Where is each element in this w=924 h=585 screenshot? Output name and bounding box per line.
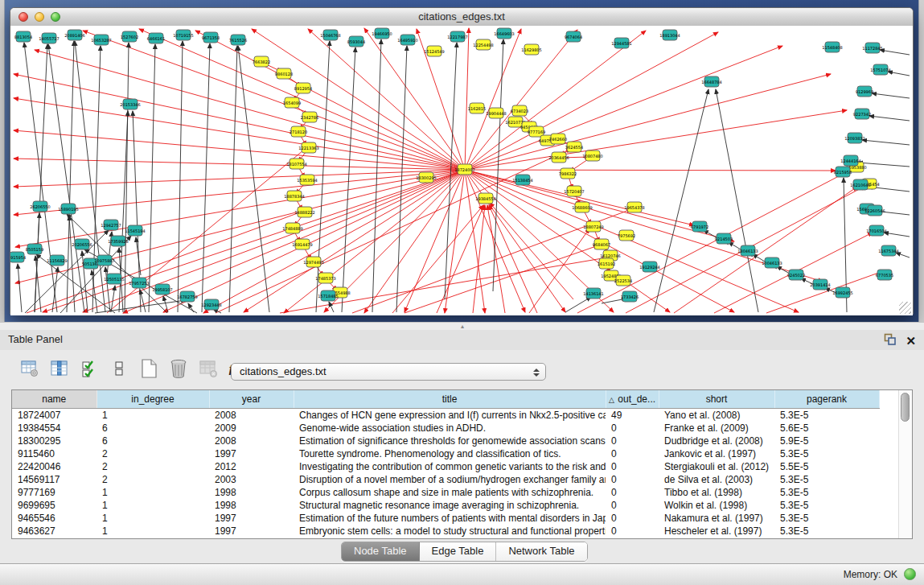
table-cell[interactable]: Estimation of significance thresholds fo…	[294, 435, 606, 447]
graph-node[interactable]: 18107554	[286, 159, 306, 169]
table-cell[interactable]: 2008	[209, 409, 294, 422]
graph-node[interactable]: 17484889	[282, 223, 302, 233]
graph-node[interactable]: 10807480	[582, 150, 602, 161]
graph-edge[interactable]	[465, 29, 521, 170]
graph-node[interactable]: 11156829	[47, 255, 67, 266]
graph-node[interactable]: 1527602	[121, 31, 138, 42]
table-cell[interactable]: 9699695	[12, 499, 97, 512]
graph-edge[interactable]	[872, 93, 910, 98]
table-cell[interactable]: 9463627	[12, 525, 97, 538]
graph-edge[interactable]	[490, 203, 573, 299]
graph-node[interactable]: 16992455	[832, 287, 852, 298]
graph-node[interactable]: 18913044	[659, 30, 680, 40]
graph-edge[interactable]	[577, 169, 852, 313]
graph-edge[interactable]	[178, 41, 183, 312]
graph-node[interactable]: 18300295	[416, 172, 436, 183]
table-cell[interactable]: 0	[606, 525, 659, 538]
graph-node[interactable]: 20391414	[810, 279, 830, 290]
graph-node[interactable]: 1615192	[598, 258, 615, 269]
table-cell[interactable]: 5.6E-5	[774, 422, 879, 435]
graph-node[interactable]: 9860128	[275, 68, 293, 79]
graph-node[interactable]: 11545194	[125, 225, 145, 236]
graph-node[interactable]: 8215958	[834, 167, 852, 177]
graph-node[interactable]: 11172845	[862, 43, 882, 53]
graph-node[interactable]: 1162815	[468, 103, 486, 113]
graph-edge[interactable]	[229, 46, 237, 312]
graph-node[interactable]: 12217987	[447, 31, 467, 42]
graph-node[interactable]: 19958107	[152, 284, 172, 295]
splitter-handle[interactable]: ▴	[458, 323, 467, 329]
tab-node-table[interactable]: Node Table	[342, 542, 420, 561]
table-cell[interactable]: 0	[606, 460, 659, 473]
graph-node[interactable]: 6734023	[511, 105, 528, 116]
close-panel-icon[interactable]: ✕	[906, 335, 916, 347]
table-cell[interactable]: 49	[606, 409, 659, 422]
graph-node[interactable]: 15046768	[320, 30, 340, 40]
graph-node[interactable]: 17359928	[108, 236, 128, 246]
graph-edge[interactable]	[465, 170, 836, 171]
table-cell[interactable]: 18300295	[12, 435, 97, 447]
graph-node[interactable]: 9227342	[853, 109, 871, 119]
graph-node[interactable]: 12923448	[201, 299, 221, 310]
graph-node[interactable]: 3624554	[565, 142, 583, 152]
graph-node[interactable]: 8505159	[26, 244, 43, 254]
graph-node[interactable]: 18046133	[737, 245, 758, 256]
graph-node[interactable]: 20891406	[64, 30, 84, 40]
graph-node[interactable]: 6791972	[691, 221, 708, 232]
network-graph-svg[interactable]: 8813054140557172089140610653287152760264…	[10, 26, 913, 315]
graph-edge[interactable]	[316, 41, 330, 312]
graph-edge[interactable]	[888, 72, 910, 76]
graph-node[interactable]: 2342786	[301, 112, 318, 122]
table-cell[interactable]: Stergiakouli et al. (2012)	[659, 460, 774, 473]
column-header-in_degree[interactable]: in_degree	[97, 390, 209, 409]
graph-edge[interactable]	[342, 47, 355, 312]
table-cell[interactable]: 1998	[209, 499, 294, 512]
tab-edge-table[interactable]: Edge Table	[420, 542, 497, 561]
table-cell[interactable]: 0	[606, 447, 659, 460]
table-cell[interactable]: 2	[97, 460, 209, 473]
table-row[interactable]: 1456911722003Disruption of a novel membe…	[12, 473, 879, 486]
graph-node[interactable]: 19384554	[475, 193, 495, 204]
table-cell[interactable]: Jankovic et al. (1997)	[659, 447, 774, 460]
graph-node[interactable]: 9129969	[856, 86, 873, 97]
delete-column-icon[interactable]	[168, 357, 189, 380]
network-canvas[interactable]: 8813054140557172089140610653287152760264…	[10, 26, 913, 315]
graph-node[interactable]: 26206550	[30, 201, 50, 212]
float-panel-icon[interactable]	[884, 333, 896, 348]
table-scrollbar-thumb[interactable]	[901, 393, 910, 422]
table-cell[interactable]: Genome-wide association studies in ADHD.	[294, 422, 606, 435]
graph-node[interactable]: 10975887	[94, 255, 114, 266]
table-cell[interactable]: 5.3E-5	[774, 499, 879, 512]
graph-node[interactable]: 10653287	[91, 35, 111, 45]
graph-edge[interactable]	[83, 31, 465, 170]
graph-node[interactable]: 19654378	[624, 202, 644, 212]
graph-edge[interactable]	[869, 116, 910, 121]
table-cell[interactable]: Nakamura et al. (1997)	[659, 512, 774, 525]
table-row[interactable]: 946362711997Embryonic stem cells: a mode…	[12, 525, 879, 538]
table-row[interactable]: 977716911998Corpus callosum shape and si…	[12, 486, 879, 499]
table-cell[interactable]: 5.3E-5	[774, 486, 879, 499]
graph-edge[interactable]	[216, 149, 571, 313]
table-cell[interactable]: 14569117	[12, 473, 97, 486]
window-titlebar[interactable]: citations_edges.txt	[10, 8, 913, 27]
table-cell[interactable]: 5.3E-5	[774, 447, 879, 460]
column-header-year[interactable]: year	[209, 390, 294, 409]
table-cell[interactable]: 2003	[209, 473, 294, 486]
table-cell[interactable]: Investigating the contribution of common…	[294, 460, 606, 473]
graph-node[interactable]: 1733426	[621, 291, 639, 302]
graph-edge[interactable]	[280, 257, 607, 313]
table-row[interactable]: 2242004622012Investigating the contribut…	[12, 460, 879, 473]
graph-node[interactable]: 11629805	[521, 44, 541, 55]
graph-edge[interactable]	[14, 170, 465, 187]
graph-node[interactable]: 18807249	[583, 221, 603, 232]
column-header-name[interactable]: name	[12, 390, 97, 409]
table-cell[interactable]: 1997	[209, 447, 294, 460]
table-cell[interactable]: 5.3E-5	[774, 409, 879, 422]
table-cell[interactable]: 5.3E-5	[774, 473, 879, 486]
graph-edge[interactable]	[716, 89, 758, 312]
table-row[interactable]: 1872400712008Changes of HCN gene express…	[12, 409, 879, 422]
graph-node[interactable]: 14888222	[294, 207, 314, 217]
graph-node[interactable]: 12260546	[864, 205, 885, 216]
network-table-select[interactable]: citations_edges.txt	[231, 363, 546, 381]
table-cell[interactable]: 1997	[209, 512, 294, 525]
